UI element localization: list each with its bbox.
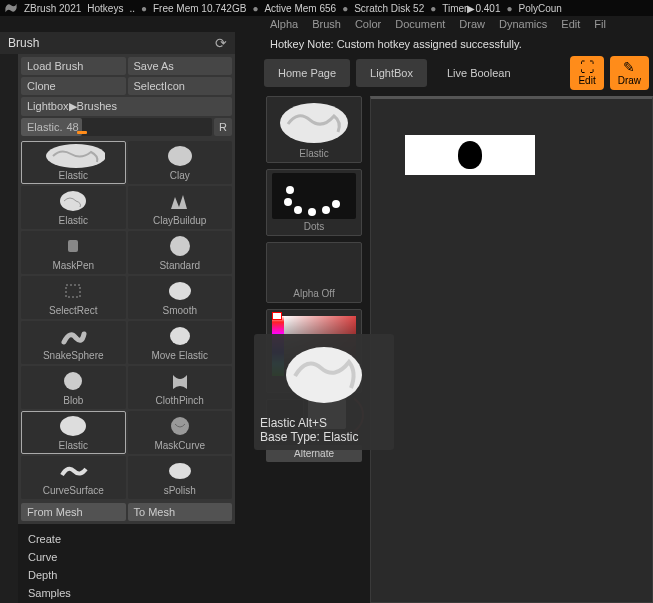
- snakesphere-icon: [58, 324, 88, 348]
- move-elastic-icon: [165, 324, 195, 348]
- zbrush-logo-icon: [4, 1, 18, 15]
- tooltip-title: Elastic Alt+S: [260, 416, 388, 430]
- elastic-slider[interactable]: Elastic. 48: [21, 118, 212, 136]
- r-button[interactable]: R: [214, 118, 232, 136]
- svg-point-15: [294, 206, 302, 214]
- polycount: PolyCoun: [519, 3, 562, 14]
- svg-point-8: [64, 372, 82, 390]
- tab-home[interactable]: Home Page: [264, 59, 350, 87]
- clone-button[interactable]: Clone: [21, 77, 126, 95]
- menu-alpha[interactable]: Alpha: [270, 18, 298, 30]
- load-brush-button[interactable]: Load Brush: [21, 57, 126, 75]
- brush-curvesurface[interactable]: CurveSurface: [21, 456, 126, 499]
- brush-cursor-icon: [458, 141, 482, 169]
- menu-dynamics[interactable]: Dynamics: [499, 18, 547, 30]
- svg-point-16: [308, 208, 316, 216]
- app-name: ZBrush 2021: [24, 3, 81, 14]
- title-bar: ZBrush 2021 Hotkeys .. ●Free Mem 10.742G…: [0, 0, 653, 16]
- brush-clothpinch[interactable]: ClothPinch: [128, 366, 233, 409]
- tab-row: Home Page LightBox Live Boolean ⛶Edit ✎D…: [260, 50, 653, 96]
- svg-point-13: [286, 186, 294, 194]
- stroke-card[interactable]: Dots: [266, 169, 362, 236]
- brush-elastic-3[interactable]: Elastic: [21, 411, 126, 454]
- maskcurve-icon: [165, 414, 195, 438]
- svg-point-7: [170, 327, 190, 345]
- curvesurface-icon: [58, 461, 88, 481]
- brush-panel-header: Brush ⟳: [0, 32, 235, 54]
- brush-tooltip: Elastic Alt+S Base Type: Elastic: [254, 334, 394, 450]
- submenu-curve[interactable]: Curve: [28, 548, 235, 566]
- svg-point-18: [332, 200, 340, 208]
- svg-point-9: [60, 416, 86, 436]
- svg-point-4: [170, 236, 190, 256]
- brain-icon: [41, 142, 105, 170]
- svg-point-14: [284, 198, 292, 206]
- scratch-disk: Scratch Disk 52: [354, 3, 424, 14]
- brush-clay[interactable]: Clay: [128, 141, 233, 184]
- brush-standard[interactable]: Standard: [128, 231, 233, 274]
- submenu-depth[interactable]: Depth: [28, 566, 235, 584]
- reload-icon[interactable]: ⟳: [215, 35, 227, 51]
- brush-smooth[interactable]: Smooth: [128, 276, 233, 319]
- submenu-samples[interactable]: Samples: [28, 584, 235, 602]
- brush-snakesphere[interactable]: SnakeSphere: [21, 321, 126, 364]
- active-mem: Active Mem 656: [264, 3, 336, 14]
- from-mesh-button[interactable]: From Mesh: [21, 503, 126, 521]
- select-icon-button[interactable]: SelectIcon: [128, 77, 233, 95]
- svg-point-2: [60, 191, 86, 211]
- menu-edit[interactable]: Edit: [561, 18, 580, 30]
- lightbox-brushes-button[interactable]: Lightbox▶Brushes: [21, 97, 232, 116]
- brush-spolish[interactable]: sPolish: [128, 456, 233, 499]
- blob-icon: [58, 369, 88, 393]
- timer: Timer▶0.401: [442, 3, 500, 14]
- svg-point-6: [169, 282, 191, 300]
- tab-lightbox[interactable]: LightBox: [356, 59, 427, 87]
- menu-document[interactable]: Document: [395, 18, 445, 30]
- brain-icon: [279, 340, 369, 410]
- brush-blob[interactable]: Blob: [21, 366, 126, 409]
- selectrect-icon: [58, 279, 88, 303]
- brush-move-elastic[interactable]: Move Elastic: [128, 321, 233, 364]
- edit-icon: ⛶: [580, 60, 594, 74]
- alpha-card[interactable]: Alpha Off: [266, 242, 362, 303]
- brush-elastic[interactable]: Elastic: [21, 141, 126, 184]
- tab-live-boolean[interactable]: Live Boolean: [433, 59, 525, 87]
- svg-point-1: [168, 146, 192, 166]
- menu-file[interactable]: Fil: [594, 18, 606, 30]
- brush-selectrect[interactable]: SelectRect: [21, 276, 126, 319]
- menu-draw[interactable]: Draw: [459, 18, 485, 30]
- save-as-button[interactable]: Save As: [128, 57, 233, 75]
- hotkeys-label: Hotkeys: [87, 3, 123, 14]
- spolish-icon: [165, 461, 195, 481]
- smooth-icon: [165, 279, 195, 303]
- edit-button[interactable]: ⛶Edit: [570, 56, 603, 90]
- tooltip-base: Base Type: Elastic: [260, 430, 388, 444]
- draw-icon: ✎: [623, 60, 635, 74]
- panel-title: Brush: [8, 36, 39, 50]
- brush-grid: Elastic Clay Elastic ClayBuildup MaskPen: [21, 141, 232, 499]
- clothpinch-icon: [165, 369, 195, 393]
- left-rail: [0, 54, 18, 603]
- brush-claybuildup[interactable]: ClayBuildup: [128, 186, 233, 229]
- svg-point-10: [171, 417, 189, 435]
- canvas[interactable]: [370, 96, 653, 603]
- dots-icon: [274, 176, 354, 216]
- submenu-create[interactable]: Create: [28, 530, 235, 548]
- svg-point-11: [169, 463, 191, 479]
- menu-bar: Alpha Brush Color Document Draw Dynamics…: [0, 16, 653, 32]
- draw-button[interactable]: ✎Draw: [610, 56, 649, 90]
- standard-icon: [165, 234, 195, 258]
- brush-maskcurve[interactable]: MaskCurve: [128, 411, 233, 454]
- brush-maskpen[interactable]: MaskPen: [21, 231, 126, 274]
- menu-color[interactable]: Color: [355, 18, 381, 30]
- brain-icon: [274, 100, 354, 146]
- maskpen-icon: [58, 234, 88, 258]
- current-brush-card[interactable]: Elastic: [266, 96, 362, 163]
- brush-elastic-2[interactable]: Elastic: [21, 186, 126, 229]
- brush-submenu-list: Create Curve Depth Samples Elasticity Fi…: [18, 524, 235, 603]
- canvas-document: [405, 135, 535, 175]
- menu-brush[interactable]: Brush: [312, 18, 341, 30]
- to-mesh-button[interactable]: To Mesh: [128, 503, 233, 521]
- svg-rect-5: [66, 285, 80, 297]
- brain-icon: [58, 189, 88, 213]
